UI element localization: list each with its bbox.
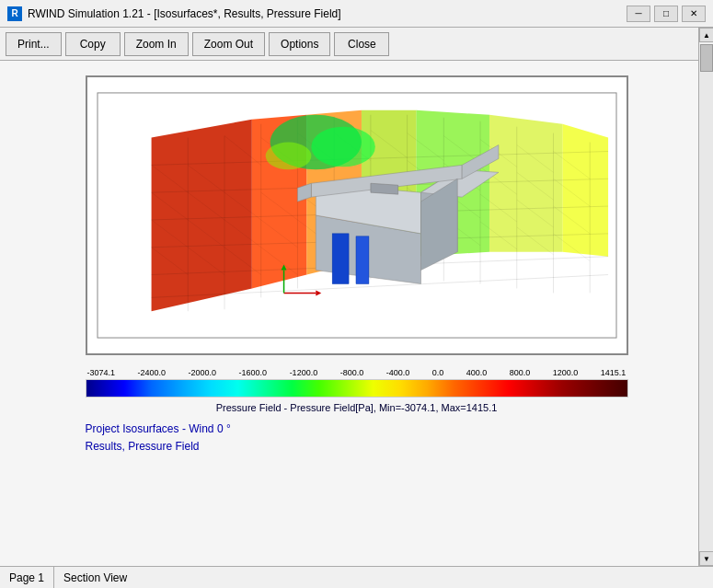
project-info-line2: Results, Pressure Field — [86, 438, 628, 455]
colorbar-strip — [86, 379, 628, 398]
main-content: -3074.1 -2400.0 -2000.0 -1600.0 -1200.0 … — [0, 61, 713, 566]
svg-marker-78 — [370, 183, 397, 194]
zoom-in-button[interactable]: Zoom In — [124, 32, 189, 56]
colorbar-label-0: -3074.1 — [87, 368, 116, 377]
title-bar: R RWIND Simulation 1.21 - [Isosurfaces*,… — [0, 0, 713, 28]
colorbar-label-3: -1600.0 — [239, 368, 268, 377]
svg-marker-7 — [562, 124, 608, 257]
colorbar-label-1: -2400.0 — [138, 368, 167, 377]
svg-marker-6 — [489, 115, 561, 252]
svg-rect-80 — [356, 236, 369, 284]
svg-point-70 — [265, 143, 311, 170]
options-button[interactable]: Options — [269, 32, 330, 56]
scroll-thumb[interactable] — [700, 44, 713, 72]
diagram-viewport — [97, 86, 617, 344]
status-bar: Page 1 Section View — [0, 566, 713, 588]
project-info: Project Isosurfaces - Wind 0 ° Results, … — [86, 421, 628, 455]
project-info-line1: Project Isosurfaces - Wind 0 ° — [86, 421, 628, 438]
colorbar-label-10: 1200.0 — [553, 368, 579, 377]
colorbar-label-8: 400.0 — [466, 368, 488, 377]
colorbar-labels: -3074.1 -2400.0 -2000.0 -1600.0 -1200.0 … — [86, 368, 628, 377]
colorbar-caption: Pressure Field - Pressure Field[Pa], Min… — [86, 402, 628, 413]
colorbar-label-2: -2000.0 — [189, 368, 217, 377]
page-status: Page 1 — [0, 567, 54, 588]
colorbar-label-4: -1200.0 — [290, 368, 318, 377]
copy-button[interactable]: Copy — [65, 32, 121, 56]
svg-point-69 — [311, 127, 375, 167]
close-window-button[interactable]: ✕ — [682, 6, 706, 22]
colorbar-label-7: 0.0 — [432, 368, 444, 377]
pressure-field-diagram — [97, 86, 617, 344]
svg-marker-1 — [151, 120, 251, 312]
zoom-out-button[interactable]: Zoom Out — [192, 32, 265, 56]
scroll-up-button[interactable]: ▲ — [699, 28, 713, 42]
scroll-down-button[interactable]: ▼ — [699, 551, 713, 566]
colorbar-section: -3074.1 -2400.0 -2000.0 -1600.0 -1200.0 … — [86, 368, 628, 413]
toolbar: Print... Copy Zoom In Zoom Out Options C… — [0, 28, 713, 61]
app-icon: R — [7, 6, 22, 21]
window-controls: ─ □ ✕ — [627, 6, 706, 22]
view-status: Section View — [54, 567, 713, 588]
view-label: Section View — [63, 571, 127, 584]
svg-rect-79 — [332, 234, 349, 284]
page-label: Page 1 — [9, 571, 44, 584]
diagram-container — [86, 75, 628, 355]
close-button[interactable]: Close — [334, 32, 389, 56]
maximize-button[interactable]: □ — [654, 6, 678, 22]
print-button[interactable]: Print... — [6, 32, 62, 56]
colorbar-label-5: -800.0 — [340, 368, 364, 377]
colorbar-label-9: 800.0 — [510, 368, 531, 377]
title-bar-text: RWIND Simulation 1.21 - [Isosurfaces*, R… — [28, 7, 627, 20]
colorbar-label-6: -400.0 — [386, 368, 410, 377]
colorbar-label-11: 1415.1 — [601, 368, 627, 377]
scroll-track[interactable] — [699, 44, 713, 553]
scrollbar[interactable]: ▲ ▼ — [698, 28, 713, 566]
minimize-button[interactable]: ─ — [627, 6, 650, 22]
